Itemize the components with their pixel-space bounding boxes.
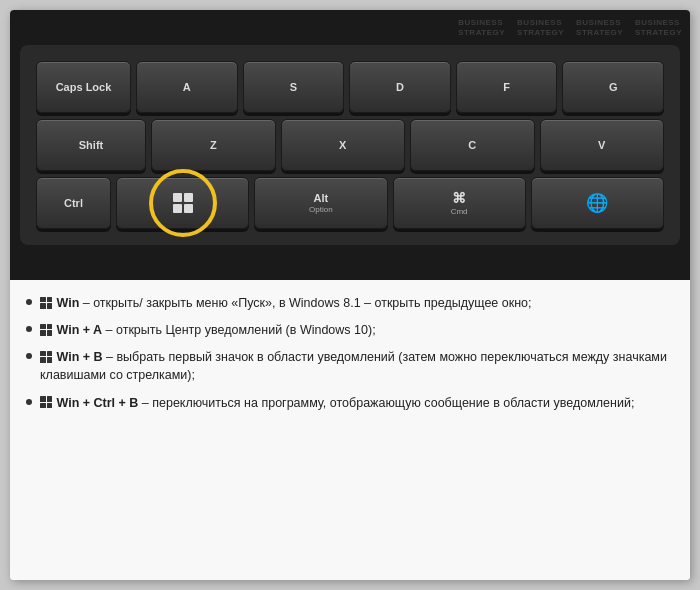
- bullet-dot-2: [26, 326, 32, 332]
- key-row-2: Shift Z X C V: [36, 119, 664, 171]
- bullet-item-4: Win + Ctrl + B – переключиться на програ…: [26, 394, 670, 412]
- win-badge-3: [40, 351, 52, 363]
- keyboard-area: BUSINESSSTRATEGY BUSINESSSTRATEGY BUSINE…: [10, 10, 690, 280]
- bullet-item-1: Win – открыть/ закрыть меню «Пуск», в Wi…: [26, 294, 670, 312]
- key-cmd: ⌘ Cmd: [393, 177, 526, 229]
- watermark-1: BUSINESSSTRATEGY: [458, 18, 505, 37]
- bullet-text-3: Win + B – выбрать первый значок в област…: [40, 348, 670, 384]
- key-win-label-4: Win + Ctrl + B: [56, 396, 138, 410]
- watermark-4: BUSINESSSTRATEGY: [635, 18, 682, 37]
- key-globe: 🌐: [531, 177, 664, 229]
- key-a: A: [136, 61, 238, 113]
- key-row-3: Ctrl Alt Option ⌘ Cmd: [36, 177, 664, 229]
- key-option-label: Option: [309, 205, 333, 214]
- bullet-item-3: Win + B – выбрать первый значок в област…: [26, 348, 670, 384]
- key-ctrl: Ctrl: [36, 177, 111, 229]
- key-x: X: [281, 119, 406, 171]
- bullet-item-2: Win + A – открыть Центр уведомлений (в W…: [26, 321, 670, 339]
- bullet-text-2: Win + A – открыть Центр уведомлений (в W…: [40, 321, 670, 339]
- watermark-row: BUSINESSSTRATEGY BUSINESSSTRATEGY BUSINE…: [458, 18, 690, 37]
- key-v: V: [540, 119, 665, 171]
- key-s: S: [243, 61, 345, 113]
- key-alt: Alt Option: [254, 177, 387, 229]
- main-card: BUSINESSSTRATEGY BUSINESSSTRATEGY BUSINE…: [10, 10, 690, 580]
- win-badge-1: [40, 297, 52, 309]
- key-alt-label: Alt: [314, 192, 329, 204]
- content-area: Win – открыть/ закрыть меню «Пуск», в Wi…: [10, 280, 690, 580]
- bullet-text-1: Win – открыть/ закрыть меню «Пуск», в Wi…: [40, 294, 670, 312]
- watermark-3: BUSINESSSTRATEGY: [576, 18, 623, 37]
- bullet-list: Win – открыть/ закрыть меню «Пуск», в Wi…: [26, 294, 670, 412]
- win-badge-4: [40, 396, 52, 408]
- key-c: C: [410, 119, 535, 171]
- key-capslock-label: Caps Lock: [56, 81, 112, 93]
- key-g: G: [562, 61, 664, 113]
- bullet-dot-3: [26, 353, 32, 359]
- bullet-text-4: Win + Ctrl + B – переключиться на програ…: [40, 394, 670, 412]
- key-win: [116, 177, 249, 229]
- keyboard: Caps Lock A S D F G Shift Z X C V Ctrl: [20, 45, 680, 245]
- key-z: Z: [151, 119, 276, 171]
- key-capslock: Caps Lock: [36, 61, 131, 113]
- watermark-2: BUSINESSSTRATEGY: [517, 18, 564, 37]
- key-shift: Shift: [36, 119, 146, 171]
- key-win-label-2: Win + A: [56, 323, 102, 337]
- key-win-label-1: Win: [56, 296, 79, 310]
- bullet-dot-1: [26, 299, 32, 305]
- key-row-1: Caps Lock A S D F G: [36, 61, 664, 113]
- win-icon: [173, 193, 193, 213]
- cmd-label: Cmd: [451, 207, 468, 216]
- globe-icon: 🌐: [586, 192, 608, 214]
- bullet-dot-4: [26, 399, 32, 405]
- key-f: F: [456, 61, 558, 113]
- win-badge-2: [40, 324, 52, 336]
- key-win-label-3: Win + B: [56, 350, 102, 364]
- key-d: D: [349, 61, 451, 113]
- cmd-symbol: ⌘: [452, 190, 466, 206]
